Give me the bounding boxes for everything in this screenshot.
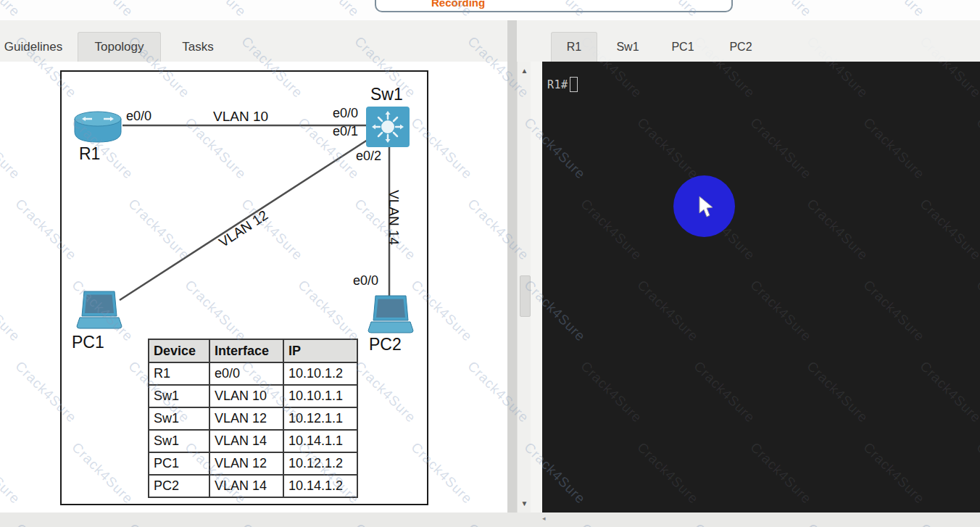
table-cell: 10.14.1.1	[283, 430, 357, 452]
table-cell: VLAN 12	[209, 407, 283, 430]
top-strip: Recording	[0, 0, 980, 20]
console-tab-pc1-label: PC1	[671, 41, 694, 54]
device-label-pc2: PC2	[369, 335, 402, 354]
tab-topology-label: Topology	[94, 40, 144, 54]
table-cell: VLAN 10	[209, 385, 283, 407]
table-cell: 10.12.1.2	[283, 452, 357, 475]
exam-simulator-window: Recording Guidelines Topology Tasks R1 S…	[0, 0, 980, 527]
topology-panel: R1 Sw1	[0, 62, 507, 513]
table-cell: VLAN 12	[209, 452, 283, 475]
terminal-prompt-line: R1#	[547, 77, 578, 92]
if-label-sw1-e02: e0/2	[356, 149, 381, 164]
recording-label: Recording	[431, 0, 485, 9]
table-cell: 10.12.1.1	[283, 407, 357, 430]
tab-guidelines-label: Guidelines	[4, 40, 62, 54]
switch-sw1-icon	[366, 107, 410, 147]
click-highlight-circle	[673, 175, 735, 237]
pc2-icon	[368, 295, 414, 336]
table-cell: Sw1	[149, 407, 209, 430]
mouse-cursor-icon	[698, 196, 715, 219]
vlan14-label: VLAN 14	[386, 190, 402, 245]
table-header-cell: IP	[283, 339, 357, 362]
device-label-r1: R1	[79, 144, 100, 164]
console-tab-sw1[interactable]: Sw1	[607, 32, 648, 62]
console-tabs: R1 Sw1 PC1 PC2	[551, 20, 761, 62]
table-cell: VLAN 14	[209, 475, 283, 497]
tab-guidelines[interactable]: Guidelines	[0, 32, 67, 62]
terminal-cursor	[570, 77, 578, 92]
table-cell: VLAN 14	[209, 430, 283, 452]
scroll-up-arrow-icon[interactable]: ▲	[519, 65, 530, 76]
table-cell: PC2	[149, 475, 209, 497]
scrollbar-thumb[interactable]	[520, 275, 531, 317]
console-tab-pc2-label: PC2	[729, 41, 752, 54]
table-cell: 10.14.1.2	[283, 475, 357, 497]
if-label-sw1-e01: e0/1	[333, 124, 358, 139]
table-cell: PC1	[149, 452, 209, 475]
table-row: Sw1VLAN 1210.12.1.1	[149, 407, 357, 430]
device-label-pc1: PC1	[72, 333, 104, 352]
scroll-down-arrow-icon[interactable]: ▼	[519, 498, 530, 509]
panel-divider	[507, 20, 517, 527]
topology-diagram: R1 Sw1	[60, 70, 428, 505]
console-tab-sw1-label: Sw1	[616, 41, 639, 54]
device-label-sw1: Sw1	[370, 85, 403, 104]
table-cell: Sw1	[149, 385, 209, 407]
if-label-pc2-e00: e0/0	[353, 273, 378, 289]
console-tab-pc2[interactable]: PC2	[721, 32, 761, 62]
panel-gap	[531, 62, 542, 513]
console-tab-r1[interactable]: R1	[551, 32, 597, 62]
table-row: PC1VLAN 1210.12.1.2	[149, 452, 357, 475]
console-tab-pc1[interactable]: PC1	[663, 32, 703, 62]
table-cell: 10.10.1.1	[283, 385, 357, 407]
cursor-artifact-icon: ◂	[542, 515, 546, 522]
tab-strip: Guidelines Topology Tasks R1 Sw1 PC1 PC2	[0, 20, 980, 62]
table-cell: 10.10.1.2	[283, 362, 357, 385]
tab-topology[interactable]: Topology	[78, 32, 161, 62]
pc1-icon	[76, 291, 122, 331]
left-panel-scrollbar[interactable]: ▲ ▼	[517, 62, 531, 513]
table-row: PC2VLAN 1410.14.1.2	[149, 475, 357, 497]
table-row: Sw1VLAN 1010.10.1.1	[149, 385, 357, 407]
vlan10-label: VLAN 10	[213, 109, 268, 125]
recording-bar[interactable]: Recording	[375, 0, 733, 12]
table-cell: Sw1	[149, 430, 209, 452]
table-header-row: DeviceInterfaceIP	[149, 339, 357, 362]
router-r1-icon	[72, 111, 124, 144]
table-cell: R1	[149, 362, 209, 385]
tab-tasks-label: Tasks	[182, 40, 213, 54]
ip-table: DeviceInterfaceIPR1e0/010.10.1.2Sw1VLAN …	[148, 339, 358, 498]
terminal-prompt: R1#	[547, 78, 568, 91]
terminal-r1[interactable]: R1#	[542, 62, 980, 513]
if-label-sw1-e00: e0/0	[333, 106, 358, 121]
console-tab-r1-label: R1	[567, 41, 581, 54]
table-row: R1e0/010.10.1.2	[149, 362, 357, 385]
left-panel-tabs: Guidelines Topology Tasks	[0, 20, 220, 62]
table-row: Sw1VLAN 1410.14.1.1	[149, 430, 357, 452]
table-header-cell: Device	[149, 339, 209, 362]
if-label-r1-e00: e0/0	[126, 109, 151, 124]
tab-tasks[interactable]: Tasks	[175, 32, 220, 62]
bottom-strip	[0, 513, 980, 527]
table-header-cell: Interface	[209, 339, 283, 362]
table-cell: e0/0	[209, 362, 283, 385]
